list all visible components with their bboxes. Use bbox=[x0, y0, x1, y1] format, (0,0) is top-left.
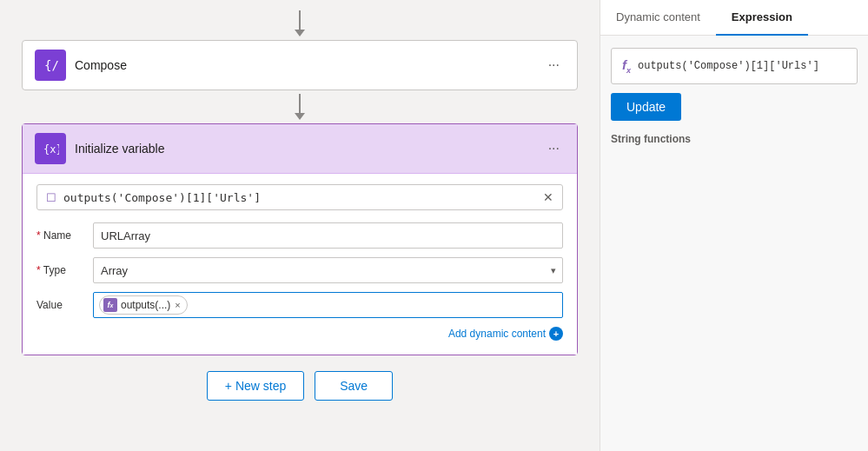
expression-display-text: outputs('Compose')[1]['Urls'] bbox=[63, 191, 536, 204]
name-input[interactable] bbox=[93, 222, 563, 249]
init-variable-step-card: {x} Initialize variable ··· ☐ outputs('C… bbox=[22, 123, 578, 355]
string-functions-section-title: String functions bbox=[611, 133, 858, 145]
type-select-wrapper: Array ▾ bbox=[93, 257, 563, 283]
compose-step-card: {/} Compose ··· bbox=[22, 40, 578, 90]
expression-close-button[interactable]: ✕ bbox=[543, 190, 553, 204]
type-field-row: * Type Array ▾ bbox=[36, 257, 563, 283]
right-side-panel: Dynamic content Expression fx outputs('C… bbox=[600, 0, 868, 451]
compose-more-button[interactable]: ··· bbox=[543, 54, 565, 76]
add-dynamic-row: Add dynamic content + bbox=[36, 327, 563, 341]
add-dynamic-content-button[interactable]: Add dynamic content + bbox=[448, 327, 563, 341]
svg-text:{/}: {/} bbox=[44, 58, 59, 72]
name-label: * Name bbox=[36, 229, 84, 242]
fx-token-icon: fx bbox=[103, 298, 117, 312]
add-dynamic-icon: + bbox=[549, 327, 563, 341]
value-field-row: Value fx outputs(...) × bbox=[36, 292, 563, 318]
svg-text:{x}: {x} bbox=[43, 143, 59, 156]
token-remove-button[interactable]: × bbox=[174, 301, 181, 310]
type-label: * Type bbox=[36, 264, 84, 276]
expression-editor-text: outputs('Compose')[1]['Urls'] bbox=[638, 60, 846, 72]
compose-icon: {/} bbox=[35, 50, 66, 81]
name-field-row: * Name bbox=[36, 222, 563, 249]
expression-display-row: ☐ outputs('Compose')[1]['Urls'] ✕ bbox=[36, 184, 563, 210]
expression-editor[interactable]: fx outputs('Compose')[1]['Urls'] bbox=[611, 48, 858, 84]
init-variable-title: Initialize variable bbox=[75, 142, 565, 156]
compose-title: Compose bbox=[75, 58, 565, 72]
init-variable-icon: {x} bbox=[35, 133, 66, 164]
expression-fx-icon: ☐ bbox=[46, 191, 56, 204]
connector-arrow-2 bbox=[295, 94, 305, 120]
type-select[interactable]: Array bbox=[93, 257, 563, 283]
outputs-token[interactable]: fx outputs(...) × bbox=[99, 295, 188, 315]
init-variable-more-button[interactable]: ··· bbox=[543, 137, 565, 160]
fx-icon: fx bbox=[622, 57, 631, 75]
value-label: Value bbox=[36, 299, 84, 311]
token-label: outputs(...) bbox=[121, 299, 170, 311]
update-button[interactable]: Update bbox=[611, 93, 681, 121]
connector-arrow-1 bbox=[295, 10, 305, 36]
panel-tabs: Dynamic content Expression bbox=[600, 0, 868, 36]
init-variable-header: {x} Initialize variable ··· bbox=[23, 124, 577, 174]
save-button[interactable]: Save bbox=[315, 371, 393, 401]
compose-card-header: {/} Compose ··· bbox=[23, 41, 577, 90]
init-variable-body: ☐ outputs('Compose')[1]['Urls'] ✕ * Name… bbox=[23, 174, 577, 355]
bottom-action-buttons: + New step Save bbox=[207, 371, 393, 401]
add-dynamic-label: Add dynamic content bbox=[448, 328, 546, 340]
tab-expression[interactable]: Expression bbox=[716, 0, 808, 36]
workflow-canvas: {/} Compose ··· {x} Initialize variable … bbox=[0, 0, 600, 451]
value-input-area[interactable]: fx outputs(...) × bbox=[93, 292, 563, 318]
new-step-button[interactable]: + New step bbox=[207, 371, 304, 401]
tab-dynamic-content[interactable]: Dynamic content bbox=[600, 0, 716, 36]
panel-content-area: fx outputs('Compose')[1]['Urls'] Update … bbox=[600, 36, 868, 451]
